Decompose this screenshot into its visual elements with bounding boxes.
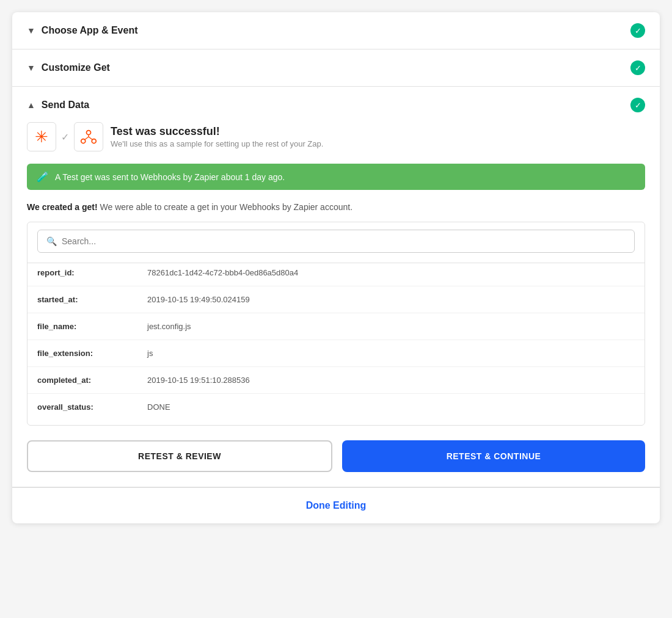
snowflake-icon: ✳ [35, 128, 48, 147]
field-value: DONE [147, 402, 170, 412]
check-connector-icon: ✓ [61, 131, 69, 143]
send-data-section: ▲ Send Data ✓ ✳ ✓ [12, 87, 660, 487]
field-value: 78261dc1-1d42-4c72-bbb4-0ed86a5d80a4 [147, 268, 298, 277]
footer: Done Editing [12, 487, 660, 523]
notification-text: A Test get was sent to Webhooks by Zapie… [55, 172, 285, 182]
created-rest: We were able to create a get in your Web… [98, 202, 352, 212]
created-message: We created a get! We were able to create… [27, 202, 645, 212]
field-key: completed_at: [37, 376, 147, 385]
customize-get-header[interactable]: ▼ Customize Get ✓ [12, 49, 660, 86]
notification-bar: 🧪 A Test get was sent to Webhooks by Zap… [27, 164, 645, 190]
choose-app-event-left: ▼ Choose App & Event [27, 25, 138, 36]
search-row: 🔍 [27, 222, 645, 263]
customize-get-check: ✓ [630, 60, 645, 75]
test-result-row: ✳ ✓ Test was su [27, 122, 645, 151]
field-value: 2019-10-15 19:49:50.024159 [147, 295, 250, 304]
action-buttons: RETEST & REVIEW RETEST & CONTINUE [27, 440, 645, 472]
choose-app-event-check: ✓ [630, 23, 645, 38]
zapier-app-icon: ✳ [27, 122, 56, 151]
field-value: 2019-10-15 19:51:10.288536 [147, 376, 250, 385]
webhook-app-icon [74, 122, 103, 151]
retest-review-button[interactable]: RETEST & REVIEW [27, 440, 332, 472]
search-icon: 🔍 [46, 236, 57, 246]
svg-point-0 [87, 131, 91, 135]
chevron-down-icon-1: ▼ [27, 26, 35, 35]
table-row: started_at: 2019-10-15 19:49:50.024159 [27, 286, 645, 313]
send-data-title: Send Data [42, 100, 89, 111]
send-data-check: ✓ [630, 98, 645, 112]
test-result-title: Test was successful! [111, 125, 323, 138]
choose-app-event-section: ▼ Choose App & Event ✓ [12, 12, 660, 49]
field-value: jest.config.js [147, 322, 191, 331]
field-key: started_at: [37, 295, 147, 304]
webhook-svg-icon [80, 128, 97, 145]
data-rows-container: report_id: 78261dc1-1d42-4c72-bbb4-0ed86… [27, 263, 645, 425]
search-box[interactable]: 🔍 [37, 230, 635, 253]
table-row: report_id: 78261dc1-1d42-4c72-bbb4-0ed86… [27, 268, 645, 286]
field-key: report_id: [37, 268, 147, 277]
table-row: file_name: jest.config.js [27, 313, 645, 340]
test-result-subtitle: We'll use this as a sample for setting u… [111, 139, 323, 148]
done-editing-link[interactable]: Done Editing [306, 500, 367, 511]
field-key: overall_status: [37, 402, 147, 412]
main-container: ▼ Choose App & Event ✓ ▼ Customize Get ✓… [12, 12, 660, 523]
choose-app-event-header[interactable]: ▼ Choose App & Event ✓ [12, 12, 660, 49]
data-table: 🔍 report_id: 78261dc1-1d42-4c72-bbb4-0ed… [27, 222, 645, 426]
created-bold: We created a get! [27, 202, 98, 212]
table-row: overall_status: DONE [27, 394, 645, 420]
customize-get-title: Customize Get [42, 62, 110, 73]
send-data-header-left: ▲ Send Data [27, 100, 89, 111]
field-key: file_name: [37, 322, 147, 331]
table-row: file_extension: js [27, 340, 645, 367]
field-value: js [147, 349, 153, 358]
test-result-text: Test was successful! We'll use this as a… [111, 125, 323, 148]
customize-get-section: ▼ Customize Get ✓ [12, 49, 660, 87]
chevron-up-icon: ▲ [27, 100, 35, 110]
search-input[interactable] [62, 236, 626, 246]
app-icons: ✳ ✓ [27, 122, 103, 151]
field-key: file_extension: [37, 349, 147, 358]
table-row: completed_at: 2019-10-15 19:51:10.288536 [27, 367, 645, 394]
flask-icon: 🧪 [37, 171, 49, 183]
chevron-down-icon-2: ▼ [27, 63, 35, 73]
retest-continue-button[interactable]: RETEST & CONTINUE [342, 440, 645, 472]
customize-get-left: ▼ Customize Get [27, 62, 110, 73]
choose-app-event-title: Choose App & Event [42, 25, 138, 36]
send-data-content: ✳ ✓ Test was su [12, 122, 660, 487]
